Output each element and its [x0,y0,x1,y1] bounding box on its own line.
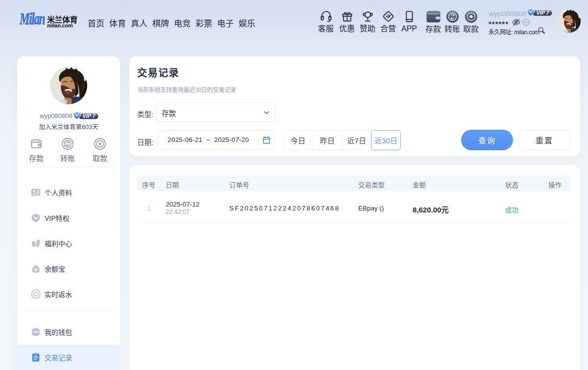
svg-text:VIP 7: VIP 7 [537,10,550,16]
svg-text:VIP 7: VIP 7 [83,113,96,119]
